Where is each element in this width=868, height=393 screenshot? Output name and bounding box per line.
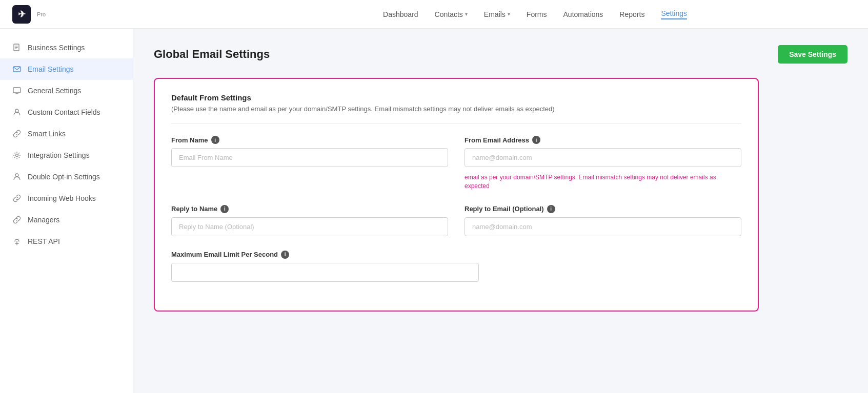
nav-emails[interactable]: Emails ▾	[484, 10, 510, 18]
sidebar-item-double-optin[interactable]: Double Opt-in Settings	[0, 166, 133, 188]
nav-automations[interactable]: Automations	[563, 10, 603, 18]
sidebar-item-smart-links[interactable]: Smart Links	[0, 123, 133, 144]
save-settings-button[interactable]: Save Settings	[778, 45, 847, 64]
svg-point-9	[16, 154, 18, 157]
from-settings-row: From Name i From Email Address i email a…	[171, 136, 741, 191]
sidebar-label-double-optin: Double Opt-in Settings	[28, 173, 100, 181]
nav-dashboard[interactable]: Dashboard	[383, 10, 418, 18]
contacts-chevron-icon: ▾	[465, 11, 468, 17]
managers-icon	[12, 215, 22, 224]
reply-name-info-icon[interactable]: i	[220, 205, 229, 213]
section-divider	[171, 123, 741, 123]
max-email-limit-input[interactable]: 15	[171, 263, 479, 282]
sidebar-item-managers[interactable]: Managers	[0, 209, 133, 231]
max-email-info-icon[interactable]: i	[281, 251, 289, 259]
nav-links: Dashboard Contacts ▾ Emails ▾ Forms Auto…	[383, 9, 687, 19]
main-content: Global Email Settings Save Settings Defa…	[133, 29, 868, 393]
reply-email-group: Reply to Email (Optional) i	[465, 205, 741, 236]
sidebar-item-email-settings[interactable]: Email Settings	[0, 58, 133, 80]
nav-settings[interactable]: Settings	[661, 9, 687, 19]
sidebar-item-general-settings[interactable]: General Settings	[0, 80, 133, 101]
section-description: (Please use the name and email as per yo…	[171, 105, 741, 113]
sidebar-item-custom-contact-fields[interactable]: Custom Contact Fields	[0, 101, 133, 123]
link-icon	[12, 129, 22, 138]
logo-icon: ✈	[12, 5, 31, 24]
gear-icon	[12, 151, 22, 160]
reply-name-input[interactable]	[171, 217, 448, 236]
document-icon	[12, 43, 22, 52]
webhook-icon	[12, 194, 22, 203]
global-email-settings-card: Default From Settings (Please use the na…	[154, 78, 759, 312]
from-email-input[interactable]	[465, 148, 741, 167]
svg-point-10	[15, 174, 18, 177]
reply-email-label: Reply to Email (Optional) i	[465, 205, 741, 213]
sidebar: Business Settings Email Settings General…	[0, 29, 133, 393]
sidebar-item-rest-api[interactable]: REST API	[0, 231, 133, 252]
sidebar-item-incoming-web-hooks[interactable]: Incoming Web Hooks	[0, 188, 133, 209]
sidebar-label-rest-api: REST API	[28, 237, 60, 245]
reply-email-info-icon[interactable]: i	[547, 205, 555, 213]
reply-name-group: Reply to Name i	[171, 205, 448, 236]
sidebar-item-integration-settings[interactable]: Integration Settings	[0, 144, 133, 166]
from-email-label: From Email Address i	[465, 136, 741, 144]
sidebar-label-business-settings: Business Settings	[28, 44, 85, 52]
reply-email-input[interactable]	[465, 217, 741, 236]
reply-settings-row: Reply to Name i Reply to Email (Optional…	[171, 205, 741, 236]
from-email-group: From Email Address i email as per your d…	[465, 136, 741, 191]
pro-badge: Pro	[37, 11, 46, 17]
api-icon	[12, 237, 22, 246]
topnav: ✈ Pro Dashboard Contacts ▾ Emails ▾ Form…	[0, 0, 868, 29]
section-title: Default From Settings	[171, 93, 741, 102]
sidebar-label-general-settings: General Settings	[28, 87, 81, 95]
from-name-label: From Name i	[171, 136, 448, 144]
max-email-limit-label: Maximum Email Limit Per Second i	[171, 251, 479, 259]
from-email-info-icon[interactable]: i	[532, 136, 540, 144]
reply-name-label: Reply to Name i	[171, 205, 448, 213]
logo: ✈ Pro	[12, 5, 46, 24]
main-header: Global Email Settings Save Settings	[154, 45, 847, 64]
nav-contacts[interactable]: Contacts ▾	[435, 10, 468, 18]
double-optin-icon	[12, 172, 22, 181]
page-title: Global Email Settings	[154, 48, 270, 61]
sidebar-label-email-settings: Email Settings	[28, 65, 73, 73]
from-email-note: email as per your domain/SMTP settings. …	[465, 173, 741, 191]
from-name-info-icon[interactable]: i	[211, 136, 219, 144]
monitor-icon	[12, 86, 22, 95]
from-name-group: From Name i	[171, 136, 448, 191]
sidebar-label-incoming-web-hooks: Incoming Web Hooks	[28, 194, 96, 202]
sidebar-label-custom-contact-fields: Custom Contact Fields	[28, 108, 100, 116]
nav-forms[interactable]: Forms	[527, 10, 547, 18]
user-icon	[12, 108, 22, 117]
sidebar-label-smart-links: Smart Links	[28, 130, 66, 138]
sidebar-label-managers: Managers	[28, 216, 59, 224]
svg-rect-5	[13, 88, 21, 93]
emails-chevron-icon: ▾	[508, 11, 510, 17]
from-name-input[interactable]	[171, 148, 448, 167]
max-email-limit-section: Maximum Email Limit Per Second i 15	[171, 251, 741, 282]
email-icon	[12, 65, 22, 74]
svg-point-8	[15, 109, 18, 112]
sidebar-item-business-settings[interactable]: Business Settings	[0, 37, 133, 58]
max-email-limit-group: Maximum Email Limit Per Second i 15	[171, 251, 479, 282]
app-layout: Business Settings Email Settings General…	[0, 29, 868, 393]
sidebar-label-integration-settings: Integration Settings	[28, 151, 90, 159]
nav-reports[interactable]: Reports	[619, 10, 644, 18]
